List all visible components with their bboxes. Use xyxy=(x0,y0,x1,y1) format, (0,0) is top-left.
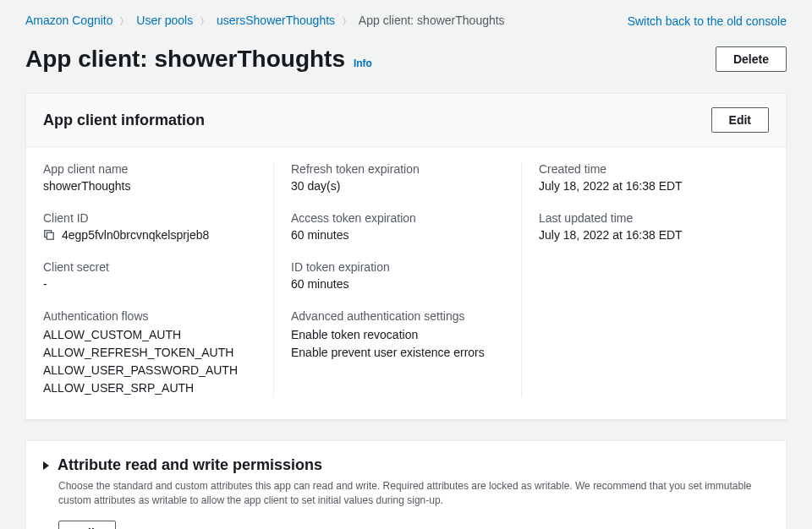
client-secret-value: - xyxy=(43,277,256,291)
client-id-label: Client ID xyxy=(43,211,256,225)
advanced-auth-list: Enable token revocation Enable prevent u… xyxy=(291,326,504,362)
breadcrumb-current: App client: showerThoughts xyxy=(359,14,505,27)
updated-time-label: Last updated time xyxy=(539,211,752,225)
copy-icon[interactable] xyxy=(43,229,55,241)
app-client-name-value: showerThoughts xyxy=(43,179,256,193)
attribute-permissions-description: Choose the standard and custom attribute… xyxy=(58,479,769,509)
auth-flow-item: ALLOW_REFRESH_TOKEN_AUTH xyxy=(43,344,256,362)
switch-console-link[interactable]: Switch back to the old console xyxy=(628,14,787,28)
advanced-auth-item: Enable token revocation xyxy=(291,326,504,344)
auth-flow-item: ALLOW_USER_SRP_AUTH xyxy=(43,379,256,397)
chevron-right-icon: 〉 xyxy=(342,15,352,27)
attribute-permissions-header: Attribute read and write permissions xyxy=(58,456,322,474)
auth-flows-list: ALLOW_CUSTOM_AUTH ALLOW_REFRESH_TOKEN_AU… xyxy=(43,326,256,397)
updated-time-value: July 18, 2022 at 16:38 EDT xyxy=(539,228,752,242)
advanced-auth-item: Enable prevent user existence errors xyxy=(291,344,504,362)
svg-rect-1 xyxy=(47,232,53,239)
id-token-value: 60 minutes xyxy=(291,277,504,291)
edit-app-client-info-button[interactable]: Edit xyxy=(711,107,769,133)
created-time-value: July 18, 2022 at 16:38 EDT xyxy=(539,179,752,193)
app-client-info-panel: App client information Edit App client n… xyxy=(25,93,787,420)
auth-flows-label: Authentication flows xyxy=(43,309,256,323)
created-time-label: Created time xyxy=(539,162,752,176)
edit-attribute-permissions-button[interactable]: Edit xyxy=(58,521,116,529)
client-secret-label: Client secret xyxy=(43,260,256,274)
page-title: App client: showerThoughts xyxy=(25,46,345,72)
breadcrumb-userpools[interactable]: User pools xyxy=(136,14,193,27)
panel-title-app-client-info: App client information xyxy=(43,112,205,129)
delete-button[interactable]: Delete xyxy=(716,46,787,72)
triangle-right-icon xyxy=(43,461,49,470)
refresh-token-label: Refresh token expiration xyxy=(291,162,504,176)
client-id-value: 4egp5fvln0brcvnqkelsprjeb8 xyxy=(62,228,209,242)
advanced-auth-label: Advanced authentication settings xyxy=(291,309,504,323)
info-link[interactable]: Info xyxy=(354,57,372,69)
chevron-right-icon: 〉 xyxy=(200,15,210,27)
chevron-right-icon: 〉 xyxy=(119,15,129,27)
attribute-permissions-panel: Attribute read and write permissions Cho… xyxy=(25,440,787,529)
breadcrumb-pool[interactable]: usersShowerThoughts xyxy=(217,14,335,27)
refresh-token-value: 30 day(s) xyxy=(291,179,504,193)
auth-flow-item: ALLOW_CUSTOM_AUTH xyxy=(43,326,256,344)
access-token-label: Access token expiration xyxy=(291,211,504,225)
attribute-permissions-toggle[interactable]: Attribute read and write permissions xyxy=(43,456,769,474)
app-client-name-label: App client name xyxy=(43,162,256,176)
id-token-label: ID token expiration xyxy=(291,260,504,274)
breadcrumb-cognito[interactable]: Amazon Cognito xyxy=(25,14,113,27)
breadcrumb: Amazon Cognito 〉 User pools 〉 usersShowe… xyxy=(25,14,505,29)
auth-flow-item: ALLOW_USER_PASSWORD_AUTH xyxy=(43,362,256,379)
access-token-value: 60 minutes xyxy=(291,228,504,242)
